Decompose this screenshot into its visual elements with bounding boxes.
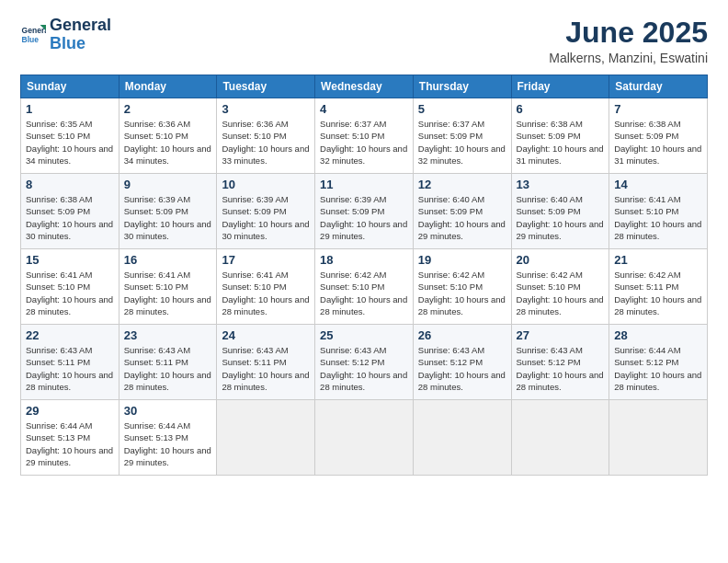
day-detail: Sunrise: 6:36 AMSunset: 5:10 PMDaylight:…	[222, 118, 310, 167]
table-row: 21Sunrise: 6:42 AMSunset: 5:11 PMDayligh…	[609, 249, 708, 325]
table-row: 2Sunrise: 6:36 AMSunset: 5:10 PMDaylight…	[119, 98, 217, 174]
day-number: 28	[614, 328, 702, 342]
day-number: 6	[517, 102, 605, 116]
day-number: 21	[614, 253, 702, 267]
day-detail: Sunrise: 6:41 AMSunset: 5:10 PMDaylight:…	[222, 269, 310, 317]
day-detail: Sunrise: 6:39 AMSunset: 5:09 PMDaylight:…	[222, 193, 310, 242]
weekday-header-row: Sunday Monday Tuesday Wednesday Thursday…	[21, 75, 708, 98]
table-row	[217, 400, 315, 476]
title-block: June 2025 Malkerns, Manzini, Eswatini	[549, 17, 708, 65]
logo-line1: General	[50, 17, 111, 35]
location-title: Malkerns, Manzini, Eswatini	[549, 51, 708, 65]
table-row	[511, 400, 609, 476]
table-row: 6Sunrise: 6:38 AMSunset: 5:09 PMDaylight…	[511, 98, 609, 174]
table-row: 13Sunrise: 6:40 AMSunset: 5:09 PMDayligh…	[511, 174, 609, 249]
table-row: 29Sunrise: 6:44 AMSunset: 5:13 PMDayligh…	[21, 400, 119, 476]
day-number: 19	[418, 253, 506, 267]
table-row: 17Sunrise: 6:41 AMSunset: 5:10 PMDayligh…	[217, 249, 315, 325]
day-detail: Sunrise: 6:37 AMSunset: 5:09 PMDaylight:…	[418, 118, 506, 167]
table-row: 9Sunrise: 6:39 AMSunset: 5:09 PMDaylight…	[119, 174, 217, 249]
day-detail: Sunrise: 6:38 AMSunset: 5:09 PMDaylight:…	[26, 193, 114, 242]
table-row: 7Sunrise: 6:38 AMSunset: 5:09 PMDaylight…	[609, 98, 708, 174]
table-row: 24Sunrise: 6:43 AMSunset: 5:11 PMDayligh…	[217, 325, 315, 400]
calendar-row: 15Sunrise: 6:41 AMSunset: 5:10 PMDayligh…	[21, 249, 708, 325]
table-row: 3Sunrise: 6:36 AMSunset: 5:10 PMDaylight…	[217, 98, 315, 174]
day-number: 25	[320, 328, 408, 342]
day-number: 12	[418, 178, 506, 191]
day-number: 13	[517, 178, 605, 191]
table-row: 25Sunrise: 6:43 AMSunset: 5:12 PMDayligh…	[315, 325, 414, 400]
table-row: 28Sunrise: 6:44 AMSunset: 5:12 PMDayligh…	[609, 325, 708, 400]
table-row: 23Sunrise: 6:43 AMSunset: 5:11 PMDayligh…	[119, 325, 217, 400]
day-number: 29	[26, 404, 114, 418]
day-detail: Sunrise: 6:38 AMSunset: 5:09 PMDaylight:…	[614, 118, 702, 167]
day-number: 3	[222, 102, 310, 116]
day-number: 10	[222, 178, 310, 191]
day-detail: Sunrise: 6:43 AMSunset: 5:11 PMDaylight:…	[222, 344, 310, 393]
logo: General Blue General Blue	[20, 17, 111, 53]
day-detail: Sunrise: 6:39 AMSunset: 5:09 PMDaylight:…	[320, 193, 408, 242]
day-detail: Sunrise: 6:41 AMSunset: 5:10 PMDaylight:…	[614, 193, 702, 242]
table-row: 10Sunrise: 6:39 AMSunset: 5:09 PMDayligh…	[217, 174, 315, 249]
table-row: 14Sunrise: 6:41 AMSunset: 5:10 PMDayligh…	[609, 174, 708, 249]
table-row: 26Sunrise: 6:43 AMSunset: 5:12 PMDayligh…	[413, 325, 511, 400]
day-detail: Sunrise: 6:42 AMSunset: 5:10 PMDaylight:…	[418, 269, 506, 317]
day-detail: Sunrise: 6:36 AMSunset: 5:10 PMDaylight:…	[124, 118, 212, 167]
day-number: 22	[26, 328, 114, 342]
header-saturday: Saturday	[609, 75, 708, 98]
table-row: 22Sunrise: 6:43 AMSunset: 5:11 PMDayligh…	[21, 325, 119, 400]
day-detail: Sunrise: 6:41 AMSunset: 5:10 PMDaylight:…	[124, 269, 212, 317]
day-detail: Sunrise: 6:39 AMSunset: 5:09 PMDaylight:…	[124, 193, 212, 242]
calendar-row: 29Sunrise: 6:44 AMSunset: 5:13 PMDayligh…	[21, 400, 708, 476]
table-row: 1Sunrise: 6:35 AMSunset: 5:10 PMDaylight…	[21, 98, 119, 174]
table-row: 15Sunrise: 6:41 AMSunset: 5:10 PMDayligh…	[21, 249, 119, 325]
day-detail: Sunrise: 6:42 AMSunset: 5:11 PMDaylight:…	[614, 269, 702, 317]
header: General Blue General Blue June 2025 Malk…	[20, 17, 708, 65]
table-row: 11Sunrise: 6:39 AMSunset: 5:09 PMDayligh…	[315, 174, 414, 249]
svg-text:Blue: Blue	[22, 35, 40, 44]
day-number: 18	[320, 253, 408, 267]
calendar-row: 1Sunrise: 6:35 AMSunset: 5:10 PMDaylight…	[21, 98, 708, 174]
day-detail: Sunrise: 6:40 AMSunset: 5:09 PMDaylight:…	[418, 193, 506, 242]
day-detail: Sunrise: 6:44 AMSunset: 5:12 PMDaylight:…	[614, 344, 702, 393]
day-number: 5	[418, 102, 506, 116]
calendar-table: Sunday Monday Tuesday Wednesday Thursday…	[20, 75, 708, 476]
day-detail: Sunrise: 6:35 AMSunset: 5:10 PMDaylight:…	[26, 118, 114, 167]
table-row	[413, 400, 511, 476]
table-row	[315, 400, 414, 476]
header-monday: Monday	[119, 75, 217, 98]
day-detail: Sunrise: 6:44 AMSunset: 5:13 PMDaylight:…	[124, 419, 212, 468]
header-thursday: Thursday	[413, 75, 511, 98]
day-detail: Sunrise: 6:40 AMSunset: 5:09 PMDaylight:…	[517, 193, 605, 242]
header-wednesday: Wednesday	[315, 75, 414, 98]
table-row: 5Sunrise: 6:37 AMSunset: 5:09 PMDaylight…	[413, 98, 511, 174]
day-detail: Sunrise: 6:41 AMSunset: 5:10 PMDaylight:…	[26, 269, 114, 317]
day-number: 8	[26, 178, 114, 191]
month-title: June 2025	[549, 17, 708, 49]
day-number: 24	[222, 328, 310, 342]
day-detail: Sunrise: 6:44 AMSunset: 5:13 PMDaylight:…	[26, 419, 114, 468]
day-number: 9	[124, 178, 212, 191]
day-number: 15	[26, 253, 114, 267]
table-row: 8Sunrise: 6:38 AMSunset: 5:09 PMDaylight…	[21, 174, 119, 249]
table-row: 18Sunrise: 6:42 AMSunset: 5:10 PMDayligh…	[315, 249, 414, 325]
logo-icon: General Blue	[20, 22, 46, 48]
day-detail: Sunrise: 6:43 AMSunset: 5:11 PMDaylight:…	[124, 344, 212, 393]
day-number: 7	[614, 102, 702, 116]
day-detail: Sunrise: 6:38 AMSunset: 5:09 PMDaylight:…	[517, 118, 605, 167]
header-tuesday: Tuesday	[217, 75, 315, 98]
table-row: 12Sunrise: 6:40 AMSunset: 5:09 PMDayligh…	[413, 174, 511, 249]
day-number: 20	[517, 253, 605, 267]
day-number: 14	[614, 178, 702, 191]
day-number: 16	[124, 253, 212, 267]
day-number: 4	[320, 102, 408, 116]
table-row: 4Sunrise: 6:37 AMSunset: 5:10 PMDaylight…	[315, 98, 414, 174]
table-row: 20Sunrise: 6:42 AMSunset: 5:10 PMDayligh…	[511, 249, 609, 325]
logo-text: General Blue	[50, 17, 111, 53]
day-number: 2	[124, 102, 212, 116]
day-number: 27	[517, 328, 605, 342]
calendar-row: 22Sunrise: 6:43 AMSunset: 5:11 PMDayligh…	[21, 325, 708, 400]
header-sunday: Sunday	[21, 75, 119, 98]
day-number: 1	[26, 102, 114, 116]
calendar-page: General Blue General Blue June 2025 Malk…	[0, 0, 728, 563]
